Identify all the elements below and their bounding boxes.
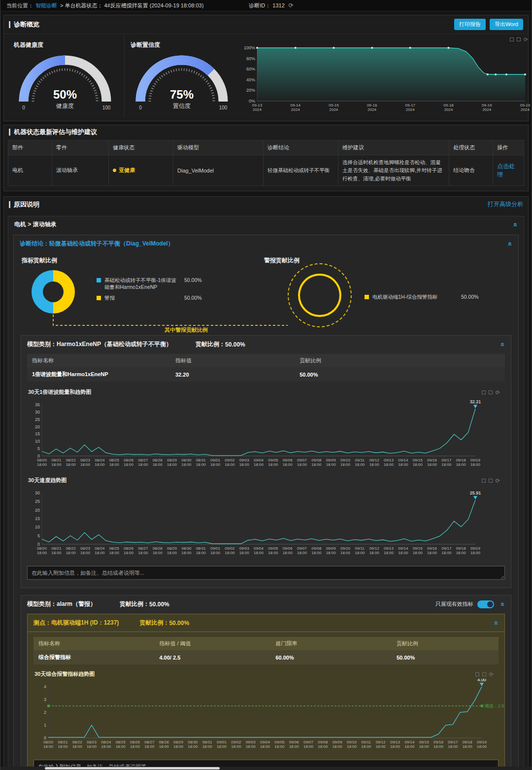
health-trend-chart[interactable]: ⟳ 0%20%40%60%80%100%09-13202409-14202409…	[240, 35, 532, 117]
svg-text:09/1318:00: 09/1318:00	[384, 458, 394, 467]
cell-conclusion: 轻微基础松动或转子不平衡	[264, 155, 338, 186]
refresh-icon[interactable]: ⟳	[289, 2, 294, 9]
toolbox-restore-icon[interactable]	[489, 479, 493, 483]
measure-point-panel: 测点：电机驱动端1H (ID：1237) 贡献比例： 50.00% « 指标名称…	[27, 614, 505, 770]
svg-text:09/0318:00: 09/0318:00	[239, 458, 250, 467]
svg-text:09/1318:00: 09/1318:00	[390, 740, 400, 749]
col-part: 部件	[8, 140, 52, 155]
cell-component: 滚动轴承	[52, 155, 108, 186]
toolbox-restore-icon[interactable]	[517, 37, 521, 41]
svg-text:1: 1	[44, 723, 46, 728]
svg-text:09-142024: 09-142024	[290, 103, 300, 112]
svg-text:08/2018:00: 08/2018:00	[37, 458, 47, 467]
indicator-donut[interactable]	[32, 270, 75, 314]
collapse-icon[interactable]: «	[513, 222, 518, 226]
svg-text:20: 20	[35, 508, 40, 513]
svg-text:09/1218:00: 09/1218:00	[369, 546, 380, 555]
toolbox-refresh-icon[interactable]: ⟳	[489, 672, 494, 677]
svg-text:09/1818:00: 09/1818:00	[456, 458, 466, 467]
collapse-icon[interactable]: «	[508, 242, 513, 245]
svg-text:09/1418:00: 09/1418:00	[398, 546, 408, 555]
legend-swatch	[97, 296, 101, 300]
legend-label: 基础松动或转子不平衡-1倍谐波能量和Harmo1xEneNP	[104, 277, 179, 290]
alarm-donut[interactable]	[298, 274, 341, 317]
svg-text:09-192024: 09-192024	[482, 103, 492, 112]
velocity-trend-chart[interactable]: 05101520253008/2018:0008/2118:0008/2218:…	[27, 485, 505, 560]
note-input[interactable]	[27, 566, 505, 580]
col-indicator-name: 指标名称	[33, 637, 154, 650]
cell-contrib: 50.00%	[392, 650, 499, 665]
conclusion-panel: 诊断结论：轻微基础松动或转子不平衡（Diag_VelModel） « 指标贡献比…	[13, 235, 519, 770]
svg-text:09/0318:00: 09/0318:00	[246, 740, 256, 749]
svg-text:09/0218:00: 09/0218:00	[225, 458, 235, 467]
harmonic-trend-chart[interactable]: 0510152025303508/2018:0008/2118:0008/221…	[27, 397, 505, 472]
svg-text:09/1918:00: 09/1918:00	[477, 740, 487, 749]
svg-text:08/2018:00: 08/2018:00	[37, 546, 47, 555]
svg-text:09/0718:00: 09/0718:00	[303, 740, 314, 749]
cell-contrib: 50.00%	[295, 367, 505, 382]
toolbox-refresh-icon[interactable]: ⟳	[496, 390, 500, 395]
nav-smart-diagnosis-link[interactable]: 智能诊断	[35, 2, 57, 9]
svg-text:08/3118:00: 08/3118:00	[196, 546, 206, 555]
svg-text:08/2618:00: 08/2618:00	[124, 546, 134, 555]
confidence-gauge: 诊断置信度 75%置信度0100	[124, 35, 240, 117]
svg-text:30: 30	[35, 490, 40, 495]
svg-text:09-132024: 09-132024	[252, 103, 263, 112]
handle-action-link[interactable]: 点击处理	[497, 163, 515, 178]
toolbox-restore-icon[interactable]	[489, 390, 493, 394]
table-row: 1倍谐波能量和Harmo1xEneNP 32.20 50.00%	[27, 367, 505, 382]
svg-text:08/3018:00: 08/3018:00	[181, 546, 192, 555]
svg-text:09-182024: 09-182024	[443, 103, 454, 112]
svg-text:09/0118:00: 09/0118:00	[210, 458, 221, 467]
svg-text:09/0118:00: 09/0118:00	[210, 546, 221, 555]
svg-text:09/0418:00: 09/0418:00	[254, 546, 264, 555]
svg-text:09/1018:00: 09/1018:00	[347, 740, 357, 749]
col-over-threshold-rate: 超门限率	[270, 637, 391, 650]
alarm-trend-chart[interactable]: 0123408/2018:0008/2118:0008/2218:0008/23…	[33, 679, 499, 754]
print-report-button[interactable]: 打印报告	[454, 19, 486, 30]
svg-text:09/0318:00: 09/0318:00	[239, 546, 250, 555]
svg-text:5: 5	[37, 446, 40, 451]
col-conclusion: 诊断结论	[264, 140, 338, 155]
collapse-icon[interactable]: «	[500, 602, 505, 606]
svg-text:09/0918:00: 09/0918:00	[332, 740, 343, 749]
svg-text:0: 0	[139, 105, 142, 110]
collapse-icon[interactable]: «	[494, 621, 499, 625]
valid-indicators-toggle[interactable]	[477, 600, 494, 608]
toolbox-refresh-icon[interactable]: ⟳	[496, 478, 500, 483]
toolbox-zoom-icon[interactable]	[482, 390, 486, 394]
breadcrumb: 当前位置： 智能诊断 > 单台机器状态： 4#反应槽搅拌装置 (2024-09-…	[0, 0, 532, 11]
reason-body: 电机 > 滚动轴承 « 诊断结论：轻微基础松动或转子不平衡（Diag_VelMo…	[8, 216, 524, 770]
advanced-analysis-link[interactable]: 打开高级分析	[488, 200, 523, 209]
collapse-icon[interactable]: «	[500, 342, 505, 346]
model2-contrib-value: 50.00%	[149, 601, 169, 608]
model1-label: 模型类别：	[27, 340, 57, 349]
svg-text:32.21: 32.21	[470, 399, 481, 404]
assessment-table: 部件 零件 健康状态 驱动模型 诊断结论 维护建议 处理状态 操作 电机 滚动轴…	[8, 140, 524, 186]
svg-text:09/1418:00: 09/1418:00	[404, 740, 415, 749]
toolbox-refresh-icon[interactable]: ⟳	[524, 37, 528, 42]
model2-contrib-label: 贡献比例：	[120, 600, 149, 608]
toolbox-restore-icon[interactable]	[482, 672, 486, 676]
svg-text:09/1718:00: 09/1718:00	[441, 546, 452, 555]
velocity-trend-block: 30天速度趋势图 ⟳ 05101520253008/2018:0008/2118…	[27, 475, 505, 560]
svg-text:09/0718:00: 09/0718:00	[297, 458, 307, 467]
export-word-button[interactable]: 导出Word	[490, 19, 523, 30]
diagnosis-id-value: 1312	[272, 2, 284, 8]
svg-text:09/0518:00: 09/0518:00	[268, 546, 278, 555]
toolbox-zoom-icon[interactable]	[482, 479, 486, 483]
assessment-title: 机器状态最新评估与维护建议	[9, 129, 97, 136]
legend-label: 警报	[104, 295, 179, 302]
horizontal-scrollbar[interactable]	[0, 767, 532, 770]
svg-text:08/2918:00: 08/2918:00	[167, 546, 177, 555]
cell-indicator-name: 1倍谐波能量和Harmo1xEneNP	[27, 367, 170, 382]
svg-text:09-172024: 09-172024	[405, 103, 416, 112]
svg-text:08/2418:00: 08/2418:00	[95, 458, 105, 467]
cell-model: Diag_VelModel	[173, 155, 264, 186]
overview-title: 诊断概览	[9, 21, 39, 28]
svg-text:08/2318:00: 08/2318:00	[80, 458, 91, 467]
scrollbar-thumb[interactable]	[45, 767, 220, 770]
toolbox-zoom-icon[interactable]	[510, 37, 514, 41]
svg-text:09/0118:00: 09/0118:00	[217, 740, 227, 749]
toolbox-zoom-icon[interactable]	[475, 672, 479, 676]
